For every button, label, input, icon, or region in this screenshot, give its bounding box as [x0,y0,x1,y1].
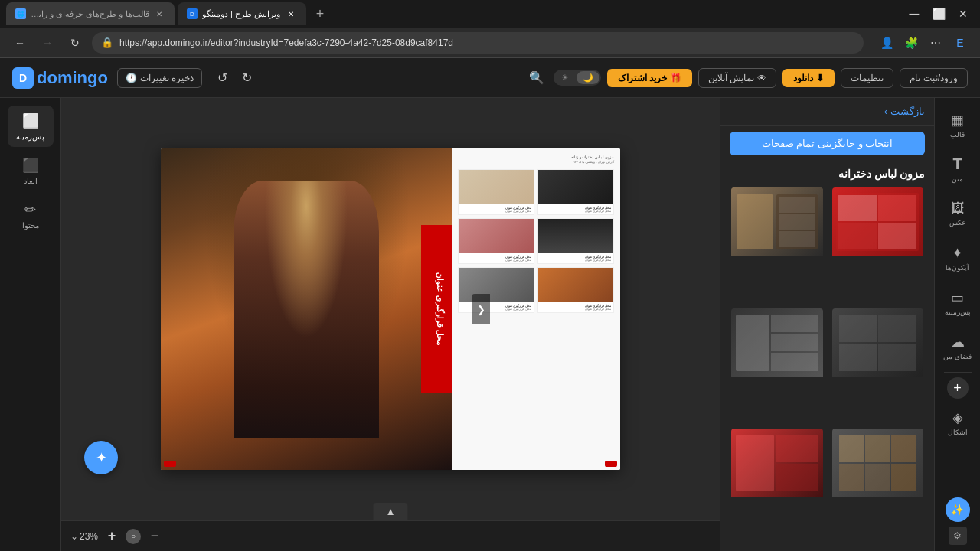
tool-icons[interactable]: ✦ آیکون‌ها [939,237,977,279]
shapes-icon: ◈ [952,409,963,426]
myspace-icon: ☁ [951,334,965,350]
app-header: D domingo 🕐 ذخیره تغییرات ↺ ↻ ورود/ثبت ن… [0,58,980,98]
browser-chrome: 🌐 قالب‌ها و طرح‌های حرفه‌ای و رایگان ✕ D… [0,0,980,58]
item-1-img [459,170,534,204]
catalog-grid: محل قرارگیری عنوان محل قرارگیری عنوان مح… [458,169,614,313]
buy-button[interactable]: 🎁 خرید اشتراک [607,69,692,87]
back-button[interactable]: بازگشت › [884,106,925,117]
extensions-icon[interactable]: 🧩 [900,32,922,54]
template-item-6[interactable] [831,427,926,542]
forward-button[interactable]: → [37,32,58,54]
canvas-area: محل قرارگیری عنوان مزون لباس دخترانه و ز… [61,98,720,551]
toggle-light[interactable]: ☀ [555,71,575,84]
back-label: بازگشت [890,106,925,117]
canvas-bottom-bar: ⌄ 23% + ○ − [61,520,720,551]
url-text: https://app.domingo.ir/editor?industryId… [119,37,854,48]
tab-1-close[interactable]: ✕ [154,8,165,20]
catalog-item-6: محل قرارگیری عنوان محل قرارگیری عنوان [537,267,614,313]
undo-button[interactable]: ↺ [211,67,233,89]
template-item-3[interactable] [730,307,825,422]
template-item-1[interactable] [730,186,825,301]
elements-label: ابعاد [24,177,38,185]
login-button[interactable]: ورود/ثبت نام [900,68,968,88]
header-left: D domingo 🕐 ذخیره تغییرات ↺ ↻ [12,67,257,89]
tool-myspace[interactable]: ☁ فضای من [939,326,977,367]
template-thumb-5 [731,429,823,497]
tool-content[interactable]: ✏ محتوا [8,194,54,236]
floating-action-button[interactable]: ✦ [84,441,118,474]
logo-text: domingo [37,68,108,88]
bg2-label: پس‌زمینه [945,308,971,316]
red-banner: محل قرارگیری عنوان [421,225,452,393]
preview-photo-area: محل قرارگیری عنوان [161,148,452,470]
reload-button[interactable]: ↻ [64,32,86,54]
shapes-label: اشکال [948,429,968,436]
zoom-in-button[interactable]: + [103,527,121,546]
tool-text[interactable]: T متن [939,148,977,190]
item-6-img [538,268,613,302]
background-icon: ⬜ [22,112,39,129]
tool-shapes[interactable]: ◈ اشکال [939,402,977,443]
download-button[interactable]: ⬇ دانلود [782,69,835,87]
profile-icon[interactable]: 👤 [876,32,897,54]
photo-label: عکس [949,219,965,227]
new-tab-button[interactable]: + [309,3,331,24]
chevron-down-icon: ⌄ [70,531,78,542]
tool-bg2[interactable]: ▭ پس‌زمینه [939,282,977,323]
tool-template[interactable]: ▦ قالب [939,104,977,145]
item-5-text: محل قرارگیری عنوان محل قرارگیری عنوان [459,302,534,312]
preview-button[interactable]: 👁 نمایش آنلاین [698,68,776,88]
settings-label: تنظیمات [851,73,884,83]
tool-background[interactable]: ⬜ پس‌زمینه [8,106,54,147]
zoom-level-display: ⌄ 23% [70,531,98,542]
canvas-content[interactable]: محل قرارگیری عنوان مزون لباس دخترانه و ز… [61,98,720,520]
template-item-5[interactable] [730,427,825,542]
redo-button[interactable]: ↻ [236,67,257,89]
item-2-text: محل قرارگیری عنوان محل قرارگیری عنوان [538,204,613,214]
item-4-text: محل قرارگیری عنوان محل قرارگیری عنوان [538,253,613,263]
settings-gear[interactable]: ⚙ [949,527,967,545]
minimize-button[interactable]: ─ [903,3,925,24]
maximize-button[interactable]: ⬜ [928,3,949,24]
tab-2-close[interactable]: ✕ [285,8,297,20]
catalog-header: مزون لباس دخترانه و زنانه آدرس: تهران - … [458,155,614,165]
icons-label: آیکون‌ها [946,264,969,272]
canvas-nav-arrow[interactable]: ❯ [472,294,490,324]
close-button[interactable]: ✕ [952,3,974,24]
tab-1[interactable]: 🌐 قالب‌ها و طرح‌های حرفه‌ای و رایگان ✕ [6,2,175,25]
template-icon: ▦ [951,112,964,129]
category-title: مزون لباس دخترانه [720,161,934,183]
zoom-out-button[interactable]: − [145,527,164,546]
ai-button[interactable]: ✨ [946,497,970,522]
template-item-2[interactable] [831,186,926,301]
search-header-icon[interactable]: 🔍 [526,67,547,89]
logo: D domingo [12,67,108,89]
edge-icon[interactable]: E [949,32,971,54]
right-panel-header: بازگشت › [720,98,934,126]
item-5-img [459,268,534,302]
tab-2[interactable]: D ویرایش طرح | دومینگو ✕ [178,2,306,25]
template-thumb-1 [731,187,823,256]
history-button[interactable]: 🕐 ذخیره تغییرات [117,68,202,88]
tool-elements[interactable]: ⬛ ابعاد [8,150,54,191]
banner-text: محل قرارگیری عنوان [436,272,446,346]
template-item-4[interactable] [831,307,926,422]
add-button[interactable]: + [947,377,969,399]
sidebar-divider [944,372,972,373]
catalog-item-3: محل قرارگیری عنوان محل قرارگیری عنوان [458,218,534,264]
photo-icon: 🖼 [951,201,965,217]
url-bar[interactable]: 🔒 https://app.domingo.ir/editor?industry… [92,32,864,54]
dark-mode-toggle[interactable]: 🌙 ☀ [554,70,601,86]
back-button[interactable]: ← [9,32,31,54]
tool-photo[interactable]: 🖼 عکس [939,193,977,234]
history-label: ذخیره تغییرات [140,73,194,83]
template-thumb-6 [832,429,924,497]
chevron-up-button[interactable]: ▲ [373,503,407,520]
more-options-icon[interactable]: ⋯ [925,32,946,54]
settings-button[interactable]: تنظیمات [841,68,893,88]
toggle-dark[interactable]: 🌙 [577,71,599,84]
select-all-button[interactable]: انتخاب و جایگزینی تمام صفحات [730,132,925,155]
logo-icon: D [12,67,34,89]
tab-1-favicon: 🌐 [15,8,26,19]
zoom-reset-button[interactable]: ○ [126,529,141,544]
